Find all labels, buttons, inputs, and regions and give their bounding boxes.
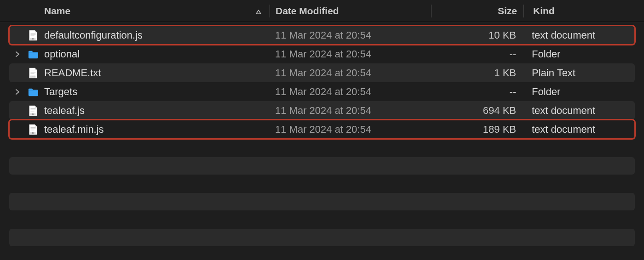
column-header-row: Name Date Modified Size Kind	[0, 0, 644, 22]
file-date-modified: 11 Mar 2024 at 20:54	[270, 124, 431, 136]
file-list: defaultconfiguration.js11 Mar 2024 at 20…	[0, 26, 644, 139]
column-header-kind[interactable]: Kind	[524, 6, 644, 17]
file-name: tealeaf.js	[40, 105, 270, 117]
txt-file-icon	[26, 67, 40, 79]
js-file-icon	[26, 124, 40, 136]
file-name: Targets	[40, 86, 270, 98]
file-name: defaultconfiguration.js	[40, 29, 270, 41]
file-row[interactable]: Targets11 Mar 2024 at 20:54--Folder	[9, 82, 635, 101]
column-header-size-label: Size	[498, 6, 517, 17]
column-header-date-label: Date Modified	[276, 6, 339, 17]
file-size: --	[431, 86, 523, 98]
file-row[interactable]: tealeaf.min.js11 Mar 2024 at 20:54189 KB…	[9, 120, 635, 139]
file-name: README.txt	[40, 67, 270, 79]
file-kind: Plain Text	[523, 67, 635, 79]
column-header-name-label: Name	[44, 6, 70, 17]
file-kind: text document	[523, 105, 635, 117]
column-header-kind-label: Kind	[533, 6, 555, 17]
js-file-icon	[26, 105, 40, 117]
sort-ascending-icon	[256, 6, 261, 17]
column-header-size[interactable]: Size	[431, 6, 523, 17]
empty-row	[9, 157, 635, 175]
file-date-modified: 11 Mar 2024 at 20:54	[270, 105, 431, 117]
empty-row	[9, 229, 635, 246]
js-file-icon	[26, 29, 40, 41]
empty-row	[9, 193, 635, 210]
file-size: 1 KB	[431, 67, 523, 79]
file-row[interactable]: optional11 Mar 2024 at 20:54--Folder	[9, 45, 635, 63]
column-header-date[interactable]: Date Modified	[270, 6, 431, 17]
folder-icon	[26, 48, 40, 60]
file-name: tealeaf.min.js	[40, 124, 270, 136]
file-name: optional	[40, 48, 270, 60]
file-date-modified: 11 Mar 2024 at 20:54	[270, 67, 431, 79]
file-row[interactable]: README.txt11 Mar 2024 at 20:541 KBPlain …	[9, 63, 635, 82]
file-kind: Folder	[523, 48, 635, 60]
file-kind: text document	[523, 124, 635, 136]
file-kind: Folder	[523, 86, 635, 98]
file-size: --	[431, 48, 523, 60]
disclosure-chevron-icon[interactable]	[9, 51, 26, 57]
file-row[interactable]: defaultconfiguration.js11 Mar 2024 at 20…	[9, 26, 635, 45]
file-date-modified: 11 Mar 2024 at 20:54	[270, 48, 431, 60]
column-header-name[interactable]: Name	[0, 6, 270, 17]
file-kind: text document	[523, 29, 635, 41]
file-date-modified: 11 Mar 2024 at 20:54	[270, 29, 431, 41]
file-size: 694 KB	[431, 105, 523, 117]
folder-icon	[26, 86, 40, 98]
disclosure-chevron-icon[interactable]	[9, 89, 26, 95]
file-row[interactable]: tealeaf.js11 Mar 2024 at 20:54694 KBtext…	[9, 101, 635, 120]
file-date-modified: 11 Mar 2024 at 20:54	[270, 86, 431, 98]
file-size: 10 KB	[431, 29, 523, 41]
file-size: 189 KB	[431, 124, 523, 136]
